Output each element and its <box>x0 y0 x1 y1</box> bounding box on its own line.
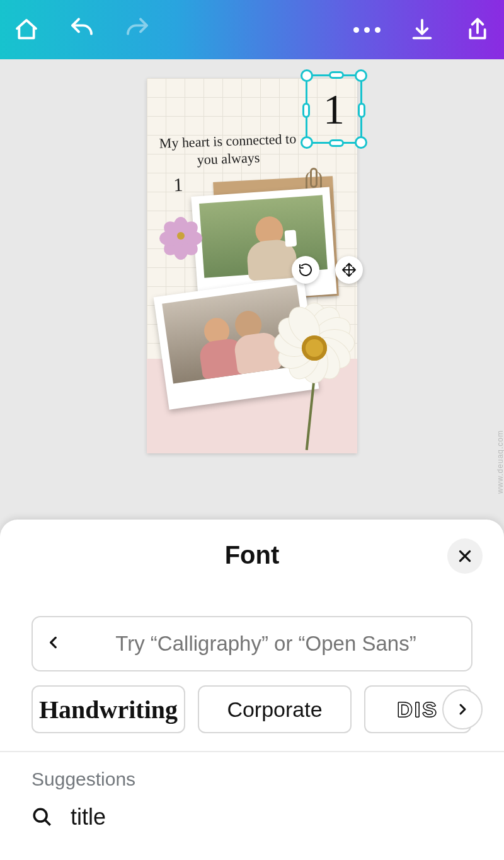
redo-icon <box>125 17 150 42</box>
chevron-left-icon <box>45 634 62 651</box>
move-icon <box>341 262 357 277</box>
share-icon <box>465 17 490 42</box>
search-icon <box>32 806 53 828</box>
share-button[interactable] <box>462 15 493 45</box>
font-panel: Font Handwriting Corporate DIS Suggestio… <box>0 520 504 860</box>
resize-handle-b[interactable] <box>329 139 344 147</box>
download-icon <box>410 17 435 42</box>
chevron-right-icon <box>455 702 470 717</box>
download-button[interactable] <box>407 15 437 45</box>
close-icon <box>457 548 473 564</box>
home-icon <box>14 17 39 42</box>
svg-point-1 <box>34 809 47 822</box>
suggestion-label: title <box>71 804 106 830</box>
undo-button[interactable] <box>67 15 97 45</box>
more-button[interactable] <box>352 15 382 45</box>
font-category-row[interactable]: Handwriting Corporate DIS <box>32 685 472 733</box>
top-toolbar <box>0 0 504 59</box>
redo-button[interactable] <box>122 15 152 45</box>
search-back-button[interactable] <box>45 634 62 653</box>
flower-large-icon[interactable] <box>273 305 355 387</box>
move-tool[interactable] <box>335 256 363 284</box>
selected-text[interactable]: 1 <box>307 76 360 142</box>
resize-handle-l[interactable] <box>302 103 310 118</box>
rotate-tool[interactable] <box>292 256 319 284</box>
panel-title: Font <box>0 541 504 569</box>
home-button[interactable] <box>11 15 42 45</box>
categories-scroll-next[interactable] <box>442 689 483 729</box>
undo-icon <box>69 17 94 42</box>
font-search-row[interactable] <box>32 616 472 671</box>
close-button[interactable] <box>447 538 483 574</box>
resize-handle-tr[interactable] <box>355 69 367 82</box>
suggestions-header: Suggestions <box>32 769 472 790</box>
flower-small-icon[interactable] <box>162 217 200 255</box>
design-canvas[interactable]: My heart is connected to you always 1 <box>147 78 357 453</box>
resize-handle-br[interactable] <box>355 136 367 149</box>
category-corporate[interactable]: Corporate <box>198 685 352 733</box>
resize-handle-tl[interactable] <box>301 69 313 82</box>
script-caption[interactable]: My heart is connected to you always <box>155 130 301 170</box>
category-handwriting[interactable]: Handwriting <box>32 685 185 733</box>
resize-handle-t[interactable] <box>329 71 344 79</box>
script-small-number[interactable]: 1 <box>165 172 191 197</box>
divider <box>0 751 504 752</box>
suggestion-item[interactable]: title <box>32 804 472 830</box>
more-icon <box>353 27 381 33</box>
font-search-input[interactable] <box>73 632 459 656</box>
resize-handle-bl[interactable] <box>301 136 313 149</box>
resize-handle-r[interactable] <box>358 103 365 118</box>
text-selection-box[interactable]: 1 <box>306 74 362 144</box>
watermark: www.deuaq.com <box>496 430 504 494</box>
rotate-icon <box>298 262 313 277</box>
